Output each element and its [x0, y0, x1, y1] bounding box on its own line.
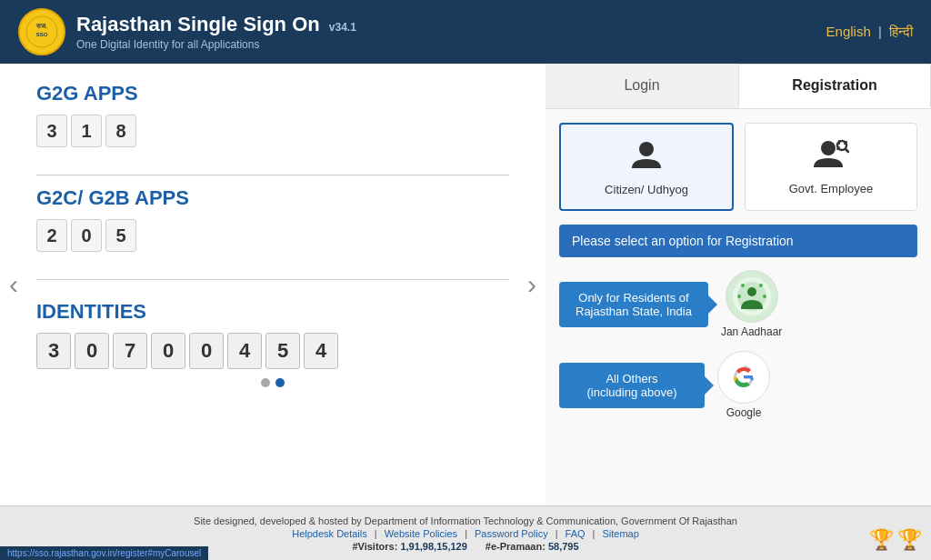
g2c-counter: 2 0 5	[36, 219, 509, 252]
google-icon	[717, 351, 770, 404]
user-type-cards: Citizen/ Udhyog Gov	[559, 123, 917, 211]
govt-card[interactable]: Govt. Employee	[745, 123, 917, 211]
trophy-2: 🏆	[897, 528, 922, 552]
google-btn[interactable]: All Others(including above)	[559, 363, 705, 408]
trophy-1: 🏆	[869, 528, 894, 552]
g2c-section: G2C/ G2B APPS 2 0 5	[36, 186, 509, 259]
header-title-block: Rajasthan Single Sign On v34.1 One Digit…	[76, 13, 356, 51]
svg-point-14	[759, 284, 763, 287]
g2g-title: G2G APPS	[36, 82, 509, 105]
title-text: Rajasthan Single Sign On	[76, 13, 320, 35]
app-title: Rajasthan Single Sign On v34.1	[76, 13, 356, 36]
info-banner: Please select an option for Registration	[559, 225, 917, 257]
logo-emblem: राज. SSO	[25, 15, 58, 48]
version-text: v34.1	[329, 21, 356, 34]
svg-point-15	[737, 295, 741, 298]
digit-3: 2	[36, 219, 67, 252]
url-bar: https://sso.rajasthan.gov.in/register#my…	[0, 546, 208, 560]
footer-line1: Site designed, developed & hosted by Dep…	[194, 515, 737, 526]
svg-line-6	[846, 149, 848, 152]
identities-title: IDENTITIES	[36, 300, 509, 324]
lang-hindi[interactable]: हिन्दी	[889, 24, 913, 39]
divider-1	[36, 175, 509, 175]
carousel-next-button[interactable]: ›	[523, 265, 541, 305]
jan-aadhar-btn[interactable]: Only for Residents ofRajasthan State, In…	[559, 282, 708, 327]
left-panel: ‹ G2G APPS 3 1 8 G2C/ G2B APPS 2 0 5 IDE…	[0, 64, 546, 505]
main-content: ‹ G2G APPS 3 1 8 G2C/ G2B APPS 2 0 5 IDE…	[0, 64, 931, 505]
tab-login[interactable]: Login	[546, 64, 738, 108]
tab-registration[interactable]: Registration	[738, 64, 931, 108]
svg-line-9	[837, 147, 839, 149]
digit-4: 0	[71, 219, 102, 252]
id-digit-4: 0	[189, 333, 224, 369]
divider-2	[36, 279, 509, 280]
id-digit-2: 7	[113, 333, 147, 369]
citizen-card[interactable]: Citizen/ Udhyog	[559, 123, 734, 211]
citizen-icon	[630, 137, 663, 177]
svg-point-3	[639, 142, 654, 156]
dot-1[interactable]	[261, 378, 270, 387]
digit-0: 3	[36, 115, 67, 147]
svg-point-16	[763, 295, 766, 298]
id-digit-0: 3	[36, 333, 71, 369]
header: राज. SSO Rajasthan Single Sign On v34.1 …	[0, 0, 931, 64]
svg-text:SSO: SSO	[36, 32, 48, 37]
subtitle-text: One Digital Identity for all Application…	[76, 38, 356, 51]
svg-text:राज.: राज.	[35, 23, 47, 29]
trophy-icons: 🏆 🏆	[869, 528, 922, 552]
footer-helpdesk[interactable]: Helpdesk Details	[292, 528, 367, 539]
footer-sitemap[interactable]: Sitemap	[602, 528, 638, 539]
jan-aadhar-label: Jan Aadhaar	[721, 325, 782, 338]
registration-content: Citizen/ Udhyog Gov	[546, 109, 931, 505]
tabs: Login Registration	[546, 64, 931, 109]
id-digit-5: 4	[227, 333, 262, 369]
govt-icon	[813, 136, 849, 176]
digit-5: 5	[105, 219, 136, 252]
lang-english[interactable]: English	[826, 24, 871, 39]
id-digit-1: 0	[75, 333, 109, 369]
g2c-title: G2C/ G2B APPS	[36, 186, 509, 210]
right-panel: Login Registration Citizen/ Udhyog	[546, 64, 931, 505]
digit-2: 8	[105, 115, 136, 147]
svg-point-13	[741, 284, 745, 287]
footer-faq[interactable]: FAQ	[566, 528, 586, 539]
g2g-section: G2G APPS 3 1 8	[36, 82, 509, 155]
dot-2[interactable]	[275, 378, 285, 387]
language-switcher[interactable]: English | हिन्दी	[826, 24, 913, 40]
logo: राज. SSO	[18, 8, 65, 55]
svg-point-12	[747, 287, 756, 296]
g2g-counter: 3 1 8	[36, 115, 509, 147]
footer-password-policy[interactable]: Password Policy	[475, 528, 548, 539]
header-left: राज. SSO Rajasthan Single Sign On v34.1 …	[18, 8, 356, 55]
id-digit-7: 4	[304, 333, 338, 369]
footer: Site designed, developed & hosted by Dep…	[0, 505, 931, 560]
footer-stats: #Visitors: 1,91,98,15,129 #e-Pramaan: 58…	[352, 541, 578, 552]
citizen-label: Citizen/ Udhyog	[605, 183, 688, 196]
jan-aadhar-wrapper[interactable]: Jan Aadhaar	[721, 270, 782, 338]
id-digit-6: 5	[265, 333, 300, 369]
svg-line-8	[845, 142, 846, 144]
digit-1: 1	[71, 115, 102, 147]
svg-point-4	[821, 141, 836, 155]
identities-section: IDENTITIES 3 0 7 0 0 4 5 4	[36, 300, 509, 369]
reg-option-google: All Others(including above) Google	[559, 351, 917, 419]
reg-option-jan-aadhar: Only for Residents ofRajasthan State, In…	[559, 270, 917, 338]
identities-counter: 3 0 7 0 0 4 5 4	[36, 333, 509, 369]
footer-website-policies[interactable]: Website Policies	[385, 528, 458, 539]
carousel-dots	[36, 378, 509, 387]
govt-label: Govt. Employee	[789, 182, 874, 195]
footer-links: Helpdesk Details | Website Policies | Pa…	[292, 528, 639, 539]
google-label: Google	[726, 406, 762, 419]
carousel-prev-button[interactable]: ‹	[5, 265, 23, 305]
id-digit-3: 0	[151, 333, 185, 369]
google-wrapper[interactable]: Google	[717, 351, 770, 419]
jan-aadhar-icon	[726, 270, 778, 323]
